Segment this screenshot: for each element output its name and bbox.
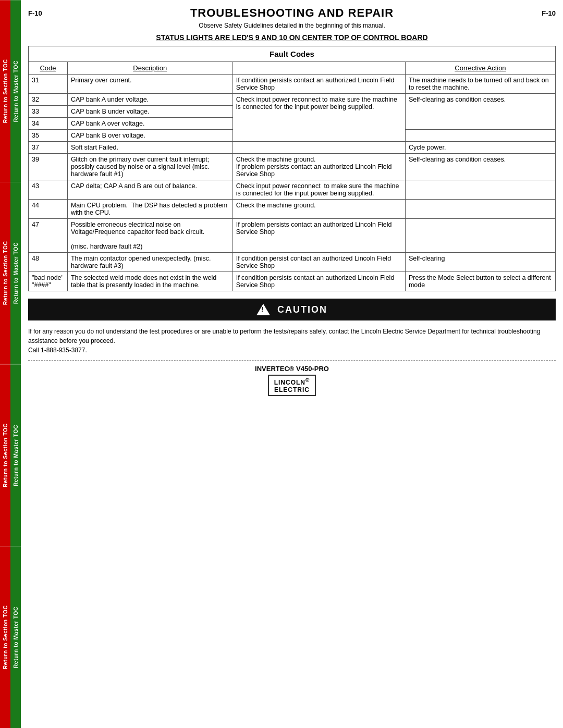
cell-desc: Glitch on the primary over current fault… [67,154,232,180]
cell-action [405,200,555,219]
page-code-left: F-10 [28,9,42,17]
cell-code: 47 [29,219,68,253]
cell-code: 32 [29,94,68,106]
cell-desc: Primary over current. [67,75,232,94]
table-row: 31 Primary over current. If condition pe… [29,75,556,94]
col-header-cause [232,62,405,75]
cell-action: Cycle power. [405,142,555,154]
registered-mark: ® [305,377,310,383]
table-header: Fault Codes [29,46,556,62]
footer-section: INVERTEC® V450-PRO LINCOLN® ELECTRIC [28,360,556,396]
cell-cause: Check the machine ground. [232,200,405,219]
caution-label: CAUTION [277,304,327,315]
cell-code: 44 [29,200,68,219]
cell-desc: The main contactor opened unexpectedly. … [67,253,232,272]
sidebar-item-master-toc-3[interactable]: Return to Master TOC [10,364,21,546]
cell-code: "bad node' "####" [29,272,68,291]
cell-cause-shared: Check input power reconnect to make sure… [232,94,405,142]
table-row: 32 CAP bank A under voltage. Check input… [29,94,556,106]
main-content: F-10 TROUBLESHOOTING AND REPAIR F-10 Obs… [21,0,563,728]
cell-action: Press the Mode Select button to select a… [405,272,555,291]
cell-code: 43 [29,180,68,200]
cell-code: 33 [29,106,68,118]
footer-product: INVERTEC® V450-PRO [28,365,556,373]
table-row: 48 The main contactor opened unexpectedl… [29,253,556,272]
cell-action: Self-clearing as condition ceases. [405,154,555,180]
cell-cause: If condition persists contact an authori… [232,75,405,94]
sidebar-item-section-toc-1[interactable]: Return to Section TOC [0,0,10,182]
cell-code: 39 [29,154,68,180]
cell-desc: CAP bank A over voltage. [67,118,232,130]
table-row: 44 Main CPU problem. The DSP has detecte… [29,200,556,219]
table-row: 37 Soft start Failed. Cycle power. [29,142,556,154]
col-header-code: Code [29,62,68,75]
side-group-2: Return to Section TOC Return to Master T… [0,182,21,364]
cell-code: 34 [29,118,68,130]
table-row: "bad node' "####" The selected weld mode… [29,272,556,291]
cell-action: Self-clearing [405,253,555,272]
col-header-action: Corrective Action [405,62,555,75]
cell-desc: The selected weld mode does not exist in… [67,272,232,291]
brand-name: LINCOLN® [274,379,310,386]
side-group-1: Return to Section TOC Return to Master T… [0,0,21,182]
cell-code: 35 [29,130,68,142]
sidebar-item-section-toc-3[interactable]: Return to Section TOC [0,364,10,546]
sidebar-item-master-toc-2[interactable]: Return to Master TOC [10,182,21,364]
cell-action [405,130,555,142]
lincoln-logo: LINCOLN® ELECTRIC [268,375,316,396]
brand-electric: ELECTRIC [274,386,310,393]
cell-action: The machine needs to be turned off and b… [405,75,555,94]
table-row: 39 Glitch on the primary over current fa… [29,154,556,180]
cell-desc: Main CPU problem. The DSP has detected a… [67,200,232,219]
col-header-desc: Description [67,62,232,75]
cell-desc: CAP bank B over voltage. [67,130,232,142]
cell-cause: If condition persists contact an authori… [232,272,405,291]
side-group-3: Return to Section TOC Return to Master T… [0,364,21,546]
caution-box: ! CAUTION [28,299,556,320]
page-wrapper: Return to Section TOC Return to Master T… [0,0,563,728]
cell-desc: Soft start Failed. [67,142,232,154]
sidebar-item-master-toc-1[interactable]: Return to Master TOC [10,0,21,182]
page-title: TROUBLESHOOTING AND REPAIR [42,6,542,20]
cell-action [405,219,555,253]
caution-text: If for any reason you do not understand … [28,327,556,355]
cell-code: 31 [29,75,68,94]
cell-desc: CAP bank B under voltage. [67,106,232,118]
cell-cause: Check the machine ground.If problem pers… [232,154,405,180]
cell-cause [232,142,405,154]
table-row: 43 CAP delta; CAP A and B are out of bal… [29,180,556,200]
cell-action [405,180,555,200]
sidebar-item-section-toc-2[interactable]: Return to Section TOC [0,182,10,364]
sidebar-item-section-toc-4[interactable]: Return to Section TOC [0,546,10,728]
cell-code: 37 [29,142,68,154]
cell-cause: Check input power reconnect to make sure… [232,180,405,200]
section-title: STATUS LIGHTS ARE LED'S 9 AND 10 ON CENT… [28,33,556,42]
sidebar-item-master-toc-4[interactable]: Return to Master TOC [10,546,21,728]
table-row: 47 Possible erroneous electrical noise o… [29,219,556,253]
cell-action-shared: Self-clearing as condition ceases. [405,94,555,130]
fault-table: Fault Codes Code Description Corrective … [28,46,556,291]
cell-cause: If problem persists contact an authorize… [232,219,405,253]
page-header: F-10 TROUBLESHOOTING AND REPAIR F-10 [28,6,556,20]
page-code-right: F-10 [542,9,556,17]
side-group-4: Return to Section TOC Return to Master T… [0,546,21,728]
cell-desc: CAP bank A under voltage. [67,94,232,106]
caution-triangle-icon: ! [256,304,270,315]
col-header-row: Code Description Corrective Action [29,62,556,75]
safety-note: Observe Safety Guidelines detailed in th… [28,22,556,29]
cell-cause: If condition persist contact an authoriz… [232,253,405,272]
cell-code: 48 [29,253,68,272]
cell-desc: CAP delta; CAP A and B are out of balanc… [67,180,232,200]
table-header-row: Fault Codes [29,46,556,62]
cell-desc: Possible erroneous electrical noise on V… [67,219,232,253]
left-side-tabs: Return to Section TOC Return to Master T… [0,0,21,728]
